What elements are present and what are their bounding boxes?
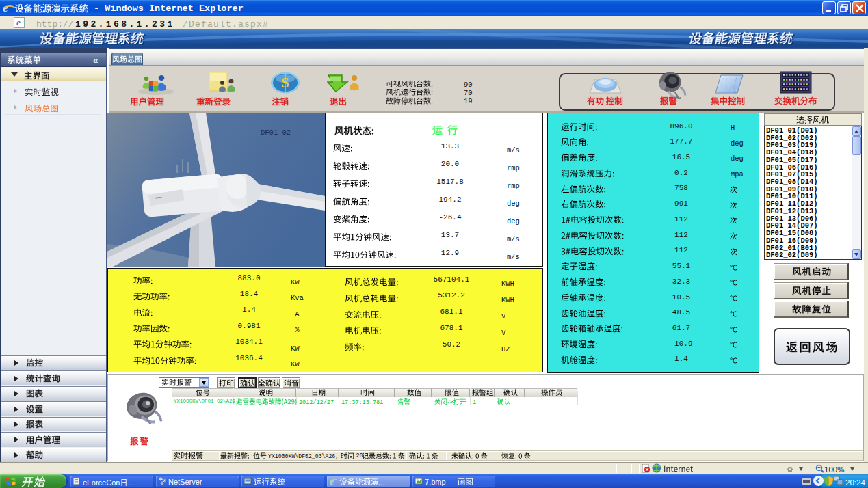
svg-text:DF01-02: DF01-02 (261, 128, 291, 137)
svg-text:e: e (330, 477, 334, 486)
svg-text:▪▪▪▪: ▪▪▪▪ (155, 195, 163, 200)
